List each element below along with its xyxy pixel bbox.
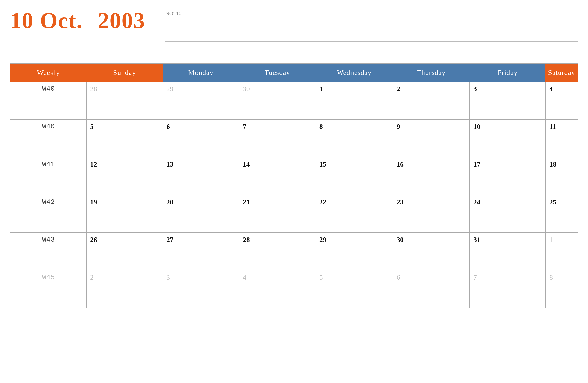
day-number: 1 xyxy=(319,85,323,93)
day-number: 26 xyxy=(90,236,97,244)
day-cell: 27 xyxy=(163,233,239,270)
day-number: 3 xyxy=(166,273,170,281)
day-number: 9 xyxy=(397,123,400,130)
calendar-row: W4219202122232425 xyxy=(10,195,578,233)
day-number: 3 xyxy=(473,85,477,93)
day-cell: 15 xyxy=(316,157,393,195)
day-number: 30 xyxy=(243,85,250,93)
day-cell: 26 xyxy=(87,233,163,270)
day-cell: 3 xyxy=(163,270,239,308)
day-cell: 3 xyxy=(469,82,545,120)
day-number: 25 xyxy=(549,198,556,206)
day-cell: 20 xyxy=(163,195,239,233)
day-cell: 19 xyxy=(87,195,163,233)
day-number: 19 xyxy=(90,198,97,206)
calendar-row: W40567891011 xyxy=(10,120,578,157)
day-number: 21 xyxy=(243,198,250,206)
day-number: 7 xyxy=(473,273,477,281)
day-cell: 8 xyxy=(316,120,393,157)
header-year: 2003 xyxy=(98,8,145,33)
day-number: 16 xyxy=(397,160,404,168)
day-number: 7 xyxy=(243,123,246,130)
day-cell: 4 xyxy=(545,82,578,120)
week-label: W40 xyxy=(10,82,87,120)
day-cell: 7 xyxy=(239,120,316,157)
calendar-row: W452345678 xyxy=(10,270,578,308)
day-cell: 8 xyxy=(545,270,578,308)
day-number: 22 xyxy=(319,198,326,206)
day-number: 14 xyxy=(243,160,250,168)
day-cell: 2 xyxy=(393,82,469,120)
day-cell: 31 xyxy=(469,233,545,270)
col-header-weekly: Weekly xyxy=(10,64,87,82)
day-cell: 1 xyxy=(316,82,393,120)
day-number: 2 xyxy=(90,273,94,281)
day-number: 5 xyxy=(90,123,94,130)
day-cell: 28 xyxy=(239,233,316,270)
calendar-body: W402829301234W40567891011W41121314151617… xyxy=(10,82,578,308)
day-number: 29 xyxy=(319,236,326,244)
day-cell: 9 xyxy=(393,120,469,157)
day-cell: 24 xyxy=(469,195,545,233)
day-cell: 23 xyxy=(393,195,469,233)
day-cell: 4 xyxy=(239,270,316,308)
col-header-wednesday: Wednesday xyxy=(316,64,393,82)
day-cell: 13 xyxy=(163,157,239,195)
day-cell: 10 xyxy=(469,120,545,157)
col-header-friday: Friday xyxy=(469,64,545,82)
day-number: 6 xyxy=(166,123,170,130)
note-line-3 xyxy=(165,44,578,53)
day-number: 30 xyxy=(397,236,404,244)
col-header-tuesday: Tuesday xyxy=(239,64,316,82)
day-cell: 22 xyxy=(316,195,393,233)
col-header-sunday: Sunday xyxy=(87,64,163,82)
day-cell: 30 xyxy=(239,82,316,120)
day-cell: 25 xyxy=(545,195,578,233)
day-cell: 5 xyxy=(316,270,393,308)
note-line-1 xyxy=(165,21,578,30)
day-cell: 18 xyxy=(545,157,578,195)
day-number: 4 xyxy=(243,273,246,281)
day-cell: 5 xyxy=(87,120,163,157)
note-line-2 xyxy=(165,33,578,42)
day-number: 18 xyxy=(549,160,556,168)
day-cell: 21 xyxy=(239,195,316,233)
day-number: 2 xyxy=(397,85,400,93)
page-header: 10 Oct. 2003 NOTE: xyxy=(10,8,578,56)
day-cell: 29 xyxy=(316,233,393,270)
header-date: 10 Oct. 2003 xyxy=(10,8,145,33)
day-cell: 11 xyxy=(545,120,578,157)
note-label: NOTE: xyxy=(165,10,578,17)
header-month: 10 Oct. xyxy=(10,8,83,33)
col-header-saturday: Saturday xyxy=(545,64,578,82)
day-number: 31 xyxy=(473,236,480,244)
day-number: 8 xyxy=(319,123,323,130)
day-cell: 1 xyxy=(545,233,578,270)
col-header-monday: Monday xyxy=(163,64,239,82)
week-label: W45 xyxy=(10,270,87,308)
calendar-table: WeeklySundayMondayTuesdayWednesdayThursd… xyxy=(10,63,578,308)
day-cell: 7 xyxy=(469,270,545,308)
day-number: 29 xyxy=(166,85,173,93)
day-cell: 12 xyxy=(87,157,163,195)
day-number: 20 xyxy=(166,198,173,206)
day-cell: 6 xyxy=(163,120,239,157)
day-cell: 14 xyxy=(239,157,316,195)
col-header-thursday: Thursday xyxy=(393,64,469,82)
day-number: 11 xyxy=(549,123,556,130)
day-number: 24 xyxy=(473,198,480,206)
day-number: 12 xyxy=(90,160,97,168)
day-number: 8 xyxy=(549,273,553,281)
day-cell: 17 xyxy=(469,157,545,195)
header-note: NOTE: xyxy=(165,8,578,56)
calendar-row: W432627282930311 xyxy=(10,233,578,270)
day-number: 28 xyxy=(243,236,250,244)
week-label: W41 xyxy=(10,157,87,195)
day-cell: 2 xyxy=(87,270,163,308)
calendar-header-row: WeeklySundayMondayTuesdayWednesdayThursd… xyxy=(10,64,578,82)
day-number: 1 xyxy=(549,236,553,244)
calendar-row: W4112131415161718 xyxy=(10,157,578,195)
day-cell: 16 xyxy=(393,157,469,195)
week-label: W40 xyxy=(10,120,87,157)
week-label: W42 xyxy=(10,195,87,233)
